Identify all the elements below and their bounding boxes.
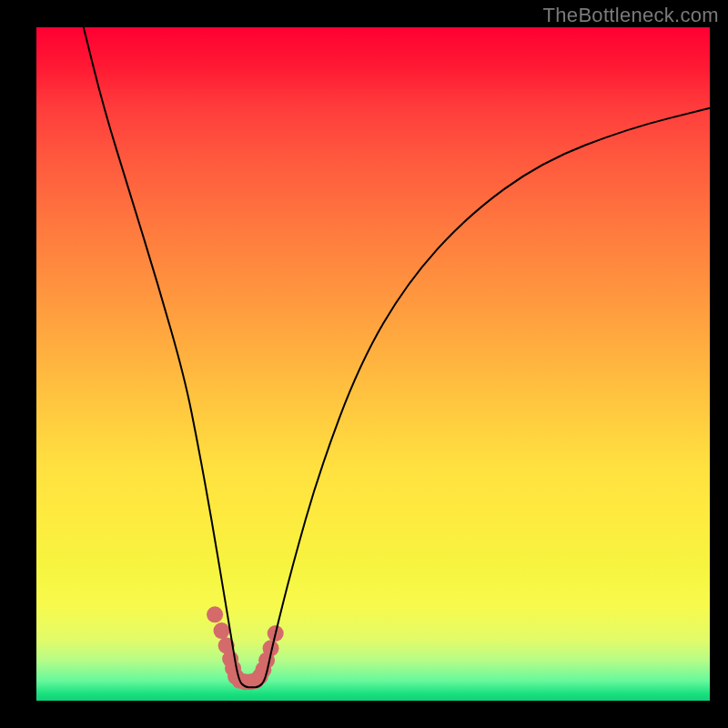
trough-marker [207, 606, 223, 622]
chart-svg [36, 27, 710, 701]
trough-marker [214, 622, 230, 639]
bottleneck-curve [84, 27, 710, 687]
plot-area [36, 27, 710, 701]
watermark-text: TheBottleneck.com [543, 4, 719, 27]
chart-frame: TheBottleneck.com [0, 0, 728, 728]
